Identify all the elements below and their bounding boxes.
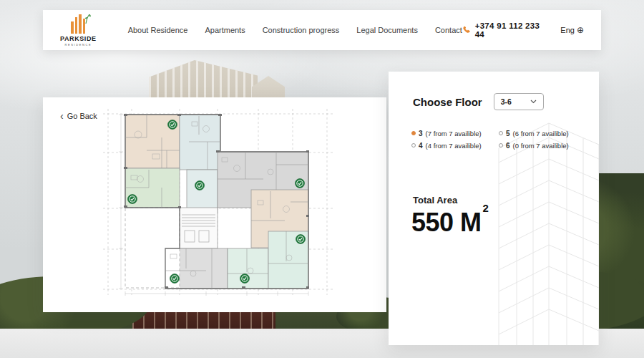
floor-option-5[interactable]: 5 (6 from 7 availible) — [499, 128, 586, 138]
available-apartment-marker[interactable] — [168, 120, 177, 130]
floor-option-4[interactable]: 4 (4 from 7 availible) — [411, 140, 499, 150]
total-area-label: Total Area — [413, 195, 457, 205]
chevron-left-icon: ‹ — [60, 112, 64, 120]
available-apartment-marker[interactable] — [296, 235, 306, 244]
total-area-value: 550 M2 — [411, 208, 487, 238]
floor-range-value: 3-6 — [501, 97, 512, 106]
page: PARKSIDE RESIDENCE About Residence Apart… — [0, 0, 644, 358]
phone-number: +374 91 112 233 44 — [475, 21, 545, 39]
nav-contact[interactable]: Contact — [435, 26, 462, 34]
logo-title: PARKSIDE — [60, 35, 97, 42]
available-apartment-marker[interactable] — [296, 179, 305, 188]
go-back-link[interactable]: ‹ Go Back — [60, 112, 97, 120]
main-nav: About Residence Apartments Construction … — [128, 26, 462, 34]
total-area-superscript: 2 — [483, 202, 489, 214]
available-apartment-marker[interactable] — [128, 195, 137, 204]
nav-about-residence[interactable]: About Residence — [128, 26, 188, 34]
globe-icon: ⊕ — [577, 25, 584, 35]
available-apartment-marker[interactable] — [170, 274, 180, 284]
parkside-logo[interactable]: PARKSIDE RESIDENCE — [60, 14, 97, 47]
radio-icon — [499, 131, 503, 135]
floor-range-select[interactable]: 3-6 — [494, 93, 544, 110]
chevron-down-icon — [530, 100, 537, 104]
go-back-label: Go Back — [67, 112, 97, 120]
available-apartment-marker[interactable] — [240, 274, 250, 284]
nav-legal-documents[interactable]: Legal Documents — [356, 26, 418, 34]
floor-option-3[interactable]: 3 (7 from 7 availible) — [411, 128, 499, 138]
floor-plan-card: ‹ Go Back — [43, 97, 386, 312]
phone-link[interactable]: +374 91 112 233 44 — [462, 21, 545, 39]
top-navigation-bar: PARKSIDE RESIDENCE About Residence Apart… — [43, 10, 601, 50]
nav-construction-progress[interactable]: Construction progress — [263, 26, 340, 34]
floor-chooser-panel: Choose Floor 3-6 3 (7 from 7 availible) … — [389, 72, 599, 345]
floor-option-6[interactable]: 6 (0 from 7 availible) — [499, 140, 586, 150]
phone-icon — [462, 26, 471, 35]
floor-plan-drawing[interactable] — [99, 107, 339, 302]
logo-bars-icon — [71, 14, 85, 34]
radio-icon — [411, 143, 416, 147]
choose-floor-label: Choose Floor — [413, 96, 482, 108]
available-apartment-marker[interactable] — [195, 181, 205, 190]
floor-options: 3 (7 from 7 availible) 4 (4 from 7 avail… — [411, 128, 586, 150]
language-switcher[interactable]: Eng ⊕ — [560, 25, 584, 35]
radio-icon — [499, 143, 503, 147]
nav-apartments[interactable]: Apartments — [205, 26, 245, 34]
language-label: Eng — [560, 26, 575, 34]
logo-subtitle: RESIDENCE — [64, 43, 92, 47]
leaf-icon — [84, 13, 92, 24]
radio-selected-icon — [411, 131, 416, 135]
